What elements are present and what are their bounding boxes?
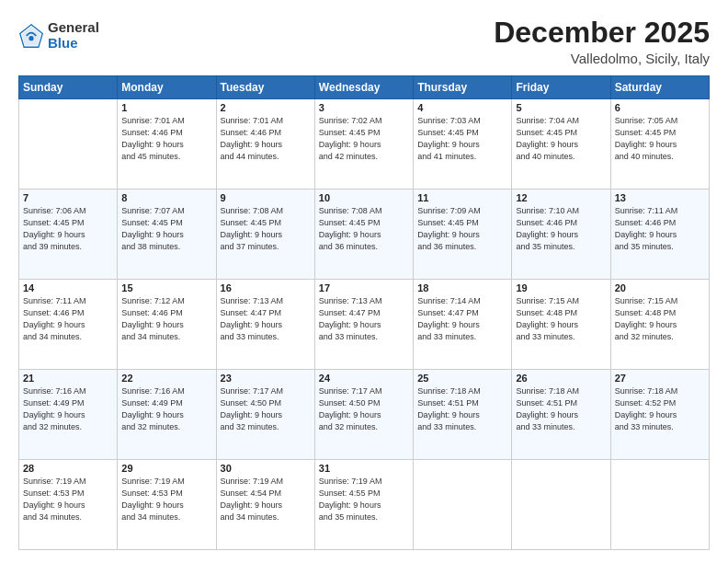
title-block: December 2025 Valledolmo, Sicily, Italy [494, 17, 710, 66]
day-cell [512, 460, 610, 550]
day-cell: 28Sunrise: 7:19 AM Sunset: 4:53 PM Dayli… [19, 460, 118, 550]
day-info: Sunrise: 7:09 AM Sunset: 4:45 PM Dayligh… [417, 205, 507, 253]
day-number: 29 [121, 463, 211, 474]
location: Valledolmo, Sicily, Italy [494, 51, 710, 66]
day-number: 10 [319, 192, 409, 203]
day-cell: 6Sunrise: 7:05 AM Sunset: 4:45 PM Daylig… [610, 99, 709, 190]
day-cell: 25Sunrise: 7:18 AM Sunset: 4:51 PM Dayli… [414, 370, 512, 460]
day-number: 24 [319, 373, 409, 384]
day-info: Sunrise: 7:11 AM Sunset: 4:46 PM Dayligh… [615, 205, 705, 253]
day-info: Sunrise: 7:12 AM Sunset: 4:46 PM Dayligh… [121, 295, 211, 343]
day-cell: 16Sunrise: 7:13 AM Sunset: 4:47 PM Dayli… [216, 280, 314, 370]
day-cell [19, 99, 118, 190]
day-info: Sunrise: 7:19 AM Sunset: 4:53 PM Dayligh… [121, 476, 211, 523]
day-cell: 9Sunrise: 7:08 AM Sunset: 4:45 PM Daylig… [216, 190, 314, 280]
logo-general-text: General [48, 20, 99, 36]
day-cell: 2Sunrise: 7:01 AM Sunset: 4:46 PM Daylig… [216, 99, 314, 190]
week-row-1: 1Sunrise: 7:01 AM Sunset: 4:46 PM Daylig… [19, 99, 710, 190]
week-row-4: 21Sunrise: 7:16 AM Sunset: 4:49 PM Dayli… [19, 370, 710, 460]
week-row-3: 14Sunrise: 7:11 AM Sunset: 4:46 PM Dayli… [19, 280, 710, 370]
day-info: Sunrise: 7:06 AM Sunset: 4:45 PM Dayligh… [23, 205, 113, 253]
day-cell [414, 460, 512, 550]
day-cell: 18Sunrise: 7:14 AM Sunset: 4:47 PM Dayli… [414, 280, 512, 370]
week-row-5: 28Sunrise: 7:19 AM Sunset: 4:53 PM Dayli… [19, 460, 710, 550]
day-number: 25 [417, 373, 507, 384]
day-info: Sunrise: 7:18 AM Sunset: 4:51 PM Dayligh… [516, 385, 606, 433]
day-cell: 29Sunrise: 7:19 AM Sunset: 4:53 PM Dayli… [118, 460, 216, 550]
day-number: 19 [516, 282, 606, 293]
day-number: 8 [121, 192, 211, 203]
day-cell: 8Sunrise: 7:07 AM Sunset: 4:45 PM Daylig… [118, 190, 216, 280]
day-info: Sunrise: 7:19 AM Sunset: 4:54 PM Dayligh… [221, 476, 311, 523]
logo-icon [18, 23, 44, 49]
day-number: 5 [516, 102, 606, 113]
day-number: 1 [121, 102, 211, 113]
day-number: 26 [516, 373, 606, 384]
weekday-tuesday: Tuesday [216, 76, 314, 99]
day-info: Sunrise: 7:15 AM Sunset: 4:48 PM Dayligh… [516, 295, 606, 343]
day-info: Sunrise: 7:19 AM Sunset: 4:53 PM Dayligh… [23, 476, 113, 523]
day-number: 21 [23, 373, 113, 384]
day-info: Sunrise: 7:05 AM Sunset: 4:45 PM Dayligh… [615, 115, 705, 163]
day-number: 12 [516, 192, 606, 203]
day-cell: 30Sunrise: 7:19 AM Sunset: 4:54 PM Dayli… [216, 460, 314, 550]
day-info: Sunrise: 7:04 AM Sunset: 4:45 PM Dayligh… [516, 115, 606, 163]
day-number: 23 [221, 373, 311, 384]
day-number: 22 [121, 373, 211, 384]
header: General Blue December 2025 Valledolmo, S… [18, 17, 710, 66]
day-number: 20 [615, 282, 705, 293]
day-number: 31 [319, 463, 409, 474]
day-cell: 26Sunrise: 7:18 AM Sunset: 4:51 PM Dayli… [512, 370, 610, 460]
day-cell: 11Sunrise: 7:09 AM Sunset: 4:45 PM Dayli… [414, 190, 512, 280]
weekday-thursday: Thursday [414, 76, 512, 99]
day-info: Sunrise: 7:14 AM Sunset: 4:47 PM Dayligh… [417, 295, 507, 343]
day-number: 2 [221, 102, 311, 113]
day-number: 16 [221, 282, 311, 293]
day-cell: 14Sunrise: 7:11 AM Sunset: 4:46 PM Dayli… [19, 280, 118, 370]
day-number: 18 [417, 282, 507, 293]
day-info: Sunrise: 7:03 AM Sunset: 4:45 PM Dayligh… [417, 115, 507, 163]
day-info: Sunrise: 7:16 AM Sunset: 4:49 PM Dayligh… [121, 385, 211, 433]
day-cell: 13Sunrise: 7:11 AM Sunset: 4:46 PM Dayli… [610, 190, 709, 280]
calendar-table: SundayMondayTuesdayWednesdayThursdayFrid… [18, 75, 710, 550]
day-info: Sunrise: 7:18 AM Sunset: 4:52 PM Dayligh… [615, 385, 705, 433]
day-number: 7 [23, 192, 113, 203]
weekday-saturday: Saturday [610, 76, 709, 99]
day-number: 15 [121, 282, 211, 293]
day-info: Sunrise: 7:17 AM Sunset: 4:50 PM Dayligh… [319, 385, 409, 433]
weekday-monday: Monday [118, 76, 216, 99]
logo-blue-text: Blue [48, 36, 99, 52]
page: General Blue December 2025 Valledolmo, S… [0, 0, 728, 563]
day-number: 27 [615, 373, 705, 384]
day-cell: 5Sunrise: 7:04 AM Sunset: 4:45 PM Daylig… [512, 99, 610, 190]
weekday-wednesday: Wednesday [314, 76, 413, 99]
weekday-header-row: SundayMondayTuesdayWednesdayThursdayFrid… [19, 76, 710, 99]
day-cell: 3Sunrise: 7:02 AM Sunset: 4:45 PM Daylig… [314, 99, 413, 190]
day-number: 13 [615, 192, 705, 203]
day-info: Sunrise: 7:08 AM Sunset: 4:45 PM Dayligh… [319, 205, 409, 253]
weekday-sunday: Sunday [19, 76, 118, 99]
day-cell: 7Sunrise: 7:06 AM Sunset: 4:45 PM Daylig… [19, 190, 118, 280]
day-cell: 21Sunrise: 7:16 AM Sunset: 4:49 PM Dayli… [19, 370, 118, 460]
month-title: December 2025 [494, 17, 710, 49]
day-number: 28 [23, 463, 113, 474]
day-cell: 19Sunrise: 7:15 AM Sunset: 4:48 PM Dayli… [512, 280, 610, 370]
day-info: Sunrise: 7:13 AM Sunset: 4:47 PM Dayligh… [319, 295, 409, 343]
day-info: Sunrise: 7:15 AM Sunset: 4:48 PM Dayligh… [615, 295, 705, 343]
day-cell: 27Sunrise: 7:18 AM Sunset: 4:52 PM Dayli… [610, 370, 709, 460]
day-info: Sunrise: 7:02 AM Sunset: 4:45 PM Dayligh… [319, 115, 409, 163]
day-number: 6 [615, 102, 705, 113]
day-cell: 17Sunrise: 7:13 AM Sunset: 4:47 PM Dayli… [314, 280, 413, 370]
day-info: Sunrise: 7:11 AM Sunset: 4:46 PM Dayligh… [23, 295, 113, 343]
day-cell: 20Sunrise: 7:15 AM Sunset: 4:48 PM Dayli… [610, 280, 709, 370]
day-cell: 24Sunrise: 7:17 AM Sunset: 4:50 PM Dayli… [314, 370, 413, 460]
svg-point-2 [28, 36, 33, 40]
day-number: 3 [319, 102, 409, 113]
day-info: Sunrise: 7:10 AM Sunset: 4:46 PM Dayligh… [516, 205, 606, 253]
week-row-2: 7Sunrise: 7:06 AM Sunset: 4:45 PM Daylig… [19, 190, 710, 280]
day-info: Sunrise: 7:17 AM Sunset: 4:50 PM Dayligh… [221, 385, 311, 433]
day-number: 9 [221, 192, 311, 203]
day-info: Sunrise: 7:01 AM Sunset: 4:46 PM Dayligh… [121, 115, 211, 163]
day-number: 4 [417, 102, 507, 113]
day-info: Sunrise: 7:01 AM Sunset: 4:46 PM Dayligh… [221, 115, 311, 163]
